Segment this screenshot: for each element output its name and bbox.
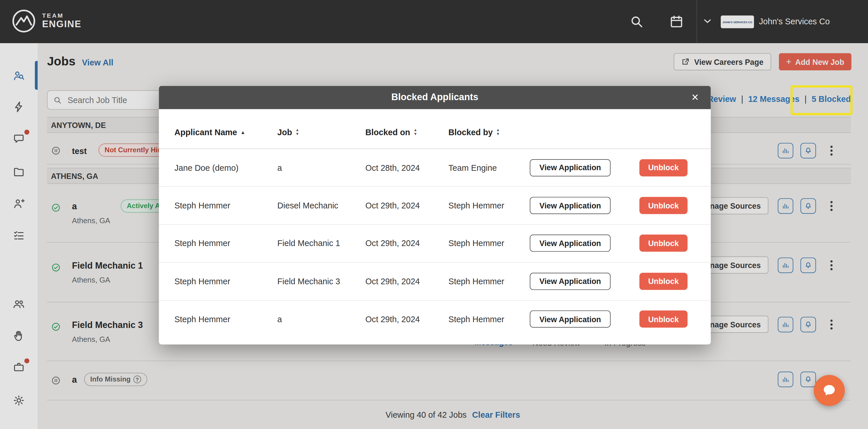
unblock-button[interactable]: Unblock [640,235,687,252]
blocked-highlight-annotation [790,85,852,115]
blocked-by-name: Steph Hemmer [448,314,504,324]
blocked-applicant-row: Jane Doe (demo) a Oct 28th, 2024 Team En… [159,149,711,187]
sort-icon: ▲▼ [496,128,500,136]
sort-icon: ▲▼ [296,128,299,136]
view-application-button[interactable]: View Application [530,235,611,252]
table-header-row: Applicant Name ▲ Job ▲▼ Blocked on ▲▼ Bl… [159,109,711,149]
blocked-applicant-row: Steph Hemmer Diesel Mechanic Oct 29th, 2… [159,187,711,225]
applicant-job: a [277,163,282,173]
blocked-on-date: Oct 29th, 2024 [365,314,420,324]
blocked-on-date: Oct 29th, 2024 [365,276,420,286]
applicant-name: Steph Hemmer [175,314,230,324]
modal-header: Blocked Applicants × [159,86,711,109]
blocked-applicant-row: Steph Hemmer a Oct 29th, 2024 Steph Hemm… [159,301,711,338]
unblock-button[interactable]: Unblock [640,273,687,290]
unblock-button[interactable]: Unblock [640,159,687,176]
applicant-name: Jane Doe (demo) [175,163,239,173]
column-job[interactable]: Job ▲▼ [277,127,300,137]
sort-asc-icon: ▲ [241,129,245,135]
modal-title: Blocked Applicants [392,92,478,103]
applicant-name: Steph Hemmer [175,276,230,286]
applicant-job: Field Mechanic 3 [277,276,340,286]
column-applicant-name[interactable]: Applicant Name ▲ [175,127,245,137]
sort-icon: ▲▼ [413,128,417,136]
applicant-name: Steph Hemmer [175,239,230,248]
view-application-button[interactable]: View Application [530,273,611,290]
view-application-button[interactable]: View Application [530,159,611,176]
unblock-button[interactable]: Unblock [640,311,687,328]
chat-launcher-icon[interactable] [814,375,845,406]
blocked-applicant-row: Steph Hemmer Field Mechanic 1 Oct 29th, … [159,225,711,263]
applicant-job: Field Mechanic 1 [277,239,340,248]
view-application-button[interactable]: View Application [530,197,611,214]
blocked-applicant-row: Steph Hemmer Field Mechanic 3 Oct 29th, … [159,263,711,301]
blocked-on-date: Oct 28th, 2024 [365,163,420,173]
blocked-on-date: Oct 29th, 2024 [365,201,420,210]
column-blocked-by[interactable]: Blocked by ▲▼ [448,127,500,137]
blocked-by-name: Team Engine [448,163,497,173]
blocked-applicants-modal: Blocked Applicants × Applicant Name ▲ Jo… [159,86,711,345]
blocked-on-date: Oct 29th, 2024 [365,239,420,248]
view-application-button[interactable]: View Application [530,311,611,328]
applicant-job: Diesel Mechanic [277,201,339,210]
app-screen: TEAM ENGINE JOHN'S SERVICES CO John's Se… [0,0,868,429]
column-blocked-on[interactable]: Blocked on ▲▼ [365,127,417,137]
blocked-by-name: Steph Hemmer [448,239,504,248]
applicant-name: Steph Hemmer [175,201,230,210]
blocked-by-name: Steph Hemmer [448,201,504,210]
close-icon[interactable]: × [688,89,702,106]
unblock-button[interactable]: Unblock [640,197,687,214]
applicant-job: a [277,314,282,324]
stats-separator: | [741,94,743,104]
blocked-by-name: Steph Hemmer [448,276,504,286]
